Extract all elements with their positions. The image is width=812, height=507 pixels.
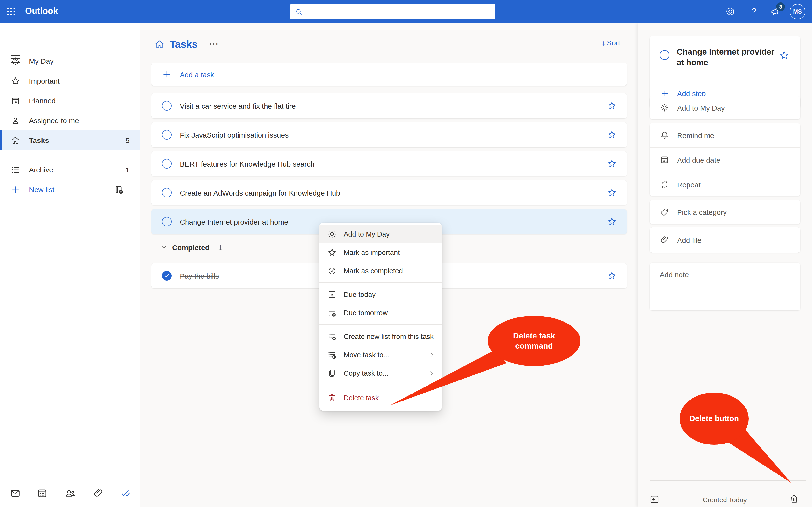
menu-item-due-today[interactable]: Due today (319, 285, 442, 304)
repeat-icon (660, 180, 669, 189)
detail-add-note[interactable]: Add note (650, 263, 800, 311)
mail-icon[interactable] (10, 488, 21, 499)
sort-arrows-icon: ↑↓ (599, 39, 604, 47)
menu-item-add-to-my-day[interactable]: Add to My Day (319, 225, 442, 243)
add-task-button[interactable]: Add a task (151, 63, 627, 86)
completed-section-toggle[interactable]: Completed 1 (160, 239, 222, 255)
menu-divider (319, 385, 442, 385)
sort-button[interactable]: ↑↓ Sort (599, 39, 620, 47)
detail-footer-divider (650, 481, 806, 481)
menu-item-copy-task[interactable]: Copy task to... (319, 364, 442, 382)
help-icon[interactable]: ? (748, 6, 760, 17)
list-header: Tasks ··· (154, 35, 219, 54)
sidebar-item-important[interactable]: Important (0, 71, 140, 91)
people-icon[interactable] (65, 488, 76, 499)
task-checkbox[interactable] (162, 217, 171, 226)
search-icon (295, 7, 303, 16)
delete-task-trash-icon[interactable] (789, 494, 800, 505)
task-row[interactable]: Visit a car service and fix the flat tir… (151, 93, 627, 118)
chevron-right-icon (428, 351, 435, 358)
created-timestamp: Created Today (638, 496, 812, 504)
task-checkbox[interactable] (162, 159, 171, 169)
new-list-button[interactable]: New list (0, 180, 140, 200)
tag-icon (660, 207, 669, 217)
task-checkbox[interactable] (162, 188, 171, 198)
sidebar-item-my-day[interactable]: My Day (0, 51, 140, 71)
favorite-star-icon[interactable] (607, 101, 617, 111)
new-group-icon[interactable] (114, 185, 124, 194)
top-app-bar: Outlook ? 3 MS (0, 0, 812, 23)
task-checkbox[interactable] (162, 101, 171, 111)
detail-add-due-date[interactable]: Add due date (650, 148, 800, 172)
chevron-down-icon (160, 243, 168, 251)
menu-item-delete-task[interactable]: Delete task (319, 388, 442, 408)
todo-check-icon[interactable] (120, 488, 132, 499)
sun-icon (660, 103, 669, 113)
menu-item-move-task[interactable]: Move task to... (319, 346, 442, 364)
paperclip-icon (660, 235, 669, 245)
annotation-bubble-delete-task-command: Delete task command (488, 316, 580, 366)
list-add-icon (327, 332, 337, 341)
sidebar-item-planned[interactable]: Planned (0, 91, 140, 111)
favorite-star-icon[interactable] (607, 271, 617, 281)
detail-add-to-my-day[interactable]: Add to My Day (650, 96, 800, 119)
search-input[interactable] (307, 7, 495, 16)
favorite-star-icon[interactable] (607, 217, 617, 226)
calendar-tomorrow-icon (327, 308, 337, 318)
sun-icon (327, 229, 337, 239)
star-icon (327, 248, 337, 258)
task-checkbox-checked[interactable] (162, 271, 171, 281)
favorite-star-icon[interactable] (779, 50, 789, 60)
menu-item-create-new-list[interactable]: Create new list from this task (319, 327, 442, 346)
home-icon (11, 135, 20, 145)
detail-schedule-card: Remind me Add due date Repeat (650, 123, 800, 196)
list-icon (11, 165, 20, 175)
sidebar-item-archive[interactable]: Archive 1 (0, 160, 140, 180)
task-checkbox[interactable] (162, 130, 171, 139)
menu-divider (319, 282, 442, 283)
task-checkbox[interactable] (660, 50, 669, 60)
task-context-menu: Add to My Day Mark as important Mark as … (319, 223, 442, 411)
search-bar[interactable] (290, 4, 495, 19)
menu-item-mark-important[interactable]: Mark as important (319, 243, 442, 262)
attachments-icon[interactable] (93, 488, 104, 499)
app-launcher-icon[interactable] (6, 6, 16, 17)
calendar-icon (11, 96, 20, 106)
menu-item-mark-completed[interactable]: Mark as completed (319, 262, 442, 280)
task-row[interactable]: Fix JavaScript optimisation issues (151, 122, 627, 147)
check-circle-icon (327, 266, 337, 276)
favorite-star-icon[interactable] (607, 188, 617, 198)
detail-pick-category[interactable]: Pick a category (650, 200, 800, 224)
menu-item-due-tomorrow[interactable]: Due tomorrow (319, 304, 442, 322)
avatar[interactable]: MS (790, 4, 805, 19)
sun-icon (11, 56, 20, 66)
settings-gear-icon[interactable] (724, 6, 736, 17)
check-icon (164, 273, 170, 279)
list-options-button[interactable]: ··· (209, 40, 219, 49)
sidebar-item-tasks[interactable]: Tasks 5 (0, 130, 140, 150)
trash-icon (327, 393, 337, 403)
calendar-app-icon[interactable] (37, 488, 48, 499)
app-dock (0, 488, 140, 501)
task-row[interactable]: Create an AdWords campaign for Knowledge… (151, 180, 627, 205)
annotation-bubble-delete-button: Delete button (679, 393, 749, 445)
person-icon (11, 116, 20, 125)
calendar-today-icon (327, 290, 337, 299)
task-row[interactable]: BERT features for Knowledge Hub search (151, 151, 627, 176)
outlook-tasks-app: Outlook ? 3 MS My Day Important Planned … (0, 0, 812, 507)
detail-add-file[interactable]: Add file (650, 227, 800, 252)
home-icon (154, 39, 165, 50)
completed-count: 1 (218, 243, 222, 251)
favorite-star-icon[interactable] (607, 159, 617, 169)
plus-icon (162, 69, 171, 79)
archive-count: 1 (125, 166, 130, 174)
list-move-icon (327, 350, 337, 360)
notification-badge: 3 (776, 2, 785, 11)
plus-icon (11, 185, 20, 194)
favorite-star-icon[interactable] (607, 130, 617, 139)
detail-repeat[interactable]: Repeat (650, 172, 800, 196)
sidebar-item-assigned-to-me[interactable]: Assigned to me (0, 111, 140, 130)
detail-remind-me[interactable]: Remind me (650, 123, 800, 147)
detail-footer: Created Today (638, 490, 812, 507)
detail-task-title[interactable]: Change Internet provider at home (677, 47, 775, 68)
